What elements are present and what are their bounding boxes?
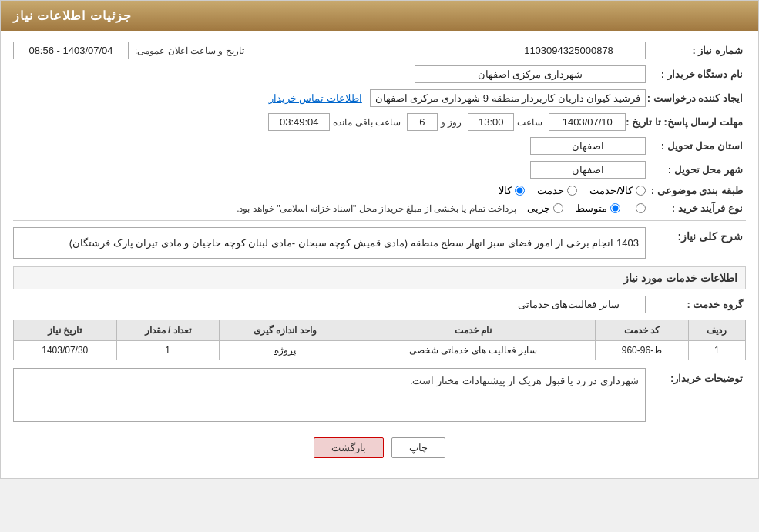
requester-link[interactable]: اطلاعات تماس خریدار: [269, 92, 362, 104]
requester-row: ایجاد کننده درخواست : فرشید کیوان داریان…: [13, 89, 746, 107]
requester-value: فرشید کیوان داریان کاربردار منطقه 9 شهرد…: [370, 89, 646, 107]
cell-code: ط-96-960: [596, 341, 688, 360]
radio-kala[interactable]: [515, 186, 525, 196]
city-label: شهر محل تحویل :: [646, 164, 746, 176]
province-value: اصفهان: [530, 137, 646, 155]
buyer-notes-box: شهرداری در رد یا قبول هریک از پیشنهادات …: [13, 368, 646, 422]
process-note: پرداخت تمام یا بخشی از مبلغ خریداز محل "…: [237, 203, 516, 214]
page-header: جزئیات اطلاعات نیاز: [1, 1, 758, 31]
deadline-row: مهلت ارسال پاسخ: تا تاریخ : 1403/07/10 س…: [13, 113, 746, 131]
radio-khedmat[interactable]: [567, 186, 577, 196]
description-box: 1403 انجام برخی از امور فضای سبز انهار س…: [13, 227, 646, 259]
process-radio-group: متوسط جزیی: [527, 202, 646, 214]
radio-khedmat-label: خدمت: [537, 185, 564, 196]
deadline-time-label: ساعت: [517, 117, 542, 128]
buyer-name-label: نام دستگاه خریدار :: [646, 69, 746, 80]
need-number-value: 1103094325000878: [492, 42, 646, 59]
back-button[interactable]: بازگشت: [314, 437, 384, 458]
radio-mottavasset-label: متوسط: [576, 202, 607, 214]
col-name: نام خدمت: [351, 320, 596, 341]
cell-row-num: 1: [688, 341, 745, 360]
cell-name: سایر فعالیت هاى خدماتی شخصی: [351, 341, 596, 360]
deadline-remaining-label: ساعت باقی مانده: [333, 117, 401, 128]
page-title: جزئیات اطلاعات نیاز: [13, 9, 132, 22]
buyer-notes-label: توضیحات خریدار:: [646, 368, 746, 384]
col-row-num: ردیف: [688, 320, 745, 341]
category-radio-group: کالا/خدمت خدمت کالا: [13, 185, 646, 196]
main-container: جزئیات اطلاعات نیاز شماره نیاز : 1103094…: [0, 0, 759, 479]
category-option-khedmat[interactable]: خدمت: [537, 185, 577, 196]
col-date: تاریخ نیاز: [14, 320, 117, 341]
radio-kala-label: کالا: [499, 185, 512, 196]
deadline-date: 1403/07/10: [549, 113, 626, 131]
service-table: ردیف کد خدمت نام خدمت واحد اندازه گیری ت…: [13, 320, 746, 360]
radio-kala-khedmat-label: کالا/خدمت: [589, 185, 633, 196]
process-option-jozii[interactable]: جزیی: [527, 202, 563, 214]
table-header-row: ردیف کد خدمت نام خدمت واحد اندازه گیری ت…: [14, 320, 746, 341]
table-row: 1 ط-96-960 سایر فعالیت هاى خدماتی شخصی پ…: [14, 341, 746, 360]
cell-date: 1403/07/30: [14, 341, 117, 360]
col-unit: واحد اندازه گیری: [219, 320, 351, 341]
deadline-remaining: 03:49:04: [268, 113, 330, 131]
buyer-notes-text: شهرداری در رد یا قبول هریک از پیشنهادات …: [410, 375, 639, 386]
buyer-name-value: شهرداری مرکزی اصفهان: [415, 65, 646, 83]
need-number-row: شماره نیاز : 1103094325000878 تاریخ و سا…: [13, 42, 746, 59]
deadline-time: 13:00: [468, 113, 514, 131]
content-area: شماره نیاز : 1103094325000878 تاریخ و سا…: [1, 31, 758, 478]
deadline-days: 6: [407, 113, 438, 131]
buyer-notes-row: توضیحات خریدار: شهرداری در رد یا قبول هر…: [13, 368, 746, 422]
city-value: اصفهان: [530, 161, 646, 179]
category-option-kala-khedmat[interactable]: کالا/خدمت: [589, 185, 646, 196]
requester-label: ایجاد کننده درخواست :: [646, 92, 746, 104]
service-group-value: سایر فعالیت‌های خدماتی: [492, 296, 646, 313]
col-qty: تعداد / مقدار: [116, 320, 219, 341]
service-group-row: گروه خدمت : سایر فعالیت‌های خدماتی: [13, 296, 746, 313]
col-code: کد خدمت: [596, 320, 688, 341]
service-section-title: اطلاعات خدمات مورد نیاز: [13, 266, 746, 289]
description-row: شرح کلی نیاز: 1403 انجام برخی از امور فض…: [13, 227, 746, 259]
action-buttons: چاپ بازگشت: [13, 428, 746, 467]
radio-kala-khedmat[interactable]: [636, 186, 646, 196]
process-row: نوع فرآیند خرید : متوسط جزیی پرداخت تمام…: [13, 202, 746, 214]
radio-blank[interactable]: [636, 203, 646, 213]
category-option-kala[interactable]: کالا: [499, 185, 525, 196]
process-option-mottavasset[interactable]: متوسط: [576, 202, 620, 214]
announce-label: تاریخ و ساعت اعلان عمومی:: [135, 45, 244, 56]
province-label: استان محل تحویل :: [646, 140, 746, 152]
cell-qty: 1: [116, 341, 219, 360]
deadline-label: مهلت ارسال پاسخ: تا تاریخ :: [626, 116, 746, 128]
radio-jozii-label: جزیی: [527, 202, 550, 214]
radio-mottavasset[interactable]: [610, 203, 620, 213]
category-label: طبقه بندی موضوعی :: [646, 185, 746, 196]
city-row: شهر محل تحویل : اصفهان: [13, 161, 746, 179]
radio-jozii[interactable]: [553, 203, 563, 213]
province-row: استان محل تحویل : اصفهان: [13, 137, 746, 155]
process-option-blank[interactable]: [633, 203, 646, 213]
deadline-days-label: روز و: [441, 117, 462, 128]
category-row: طبقه بندی موضوعی : کالا/خدمت خدمت کالا: [13, 185, 746, 196]
service-group-label: گروه خدمت :: [646, 299, 746, 310]
need-number-label: شماره نیاز :: [646, 45, 746, 56]
description-text: 1403 انجام برخی از امور فضای سبز انهار س…: [69, 237, 639, 249]
description-title: شرح کلی نیاز:: [646, 227, 746, 243]
process-label: نوع فرآیند خرید :: [646, 202, 746, 214]
buyer-name-row: نام دستگاه خریدار : شهرداری مرکزی اصفهان: [13, 65, 746, 83]
announce-value: 1403/07/04 - 08:56: [13, 42, 129, 59]
cell-unit[interactable]: پروژه: [219, 341, 351, 360]
print-button[interactable]: چاپ: [391, 437, 445, 458]
